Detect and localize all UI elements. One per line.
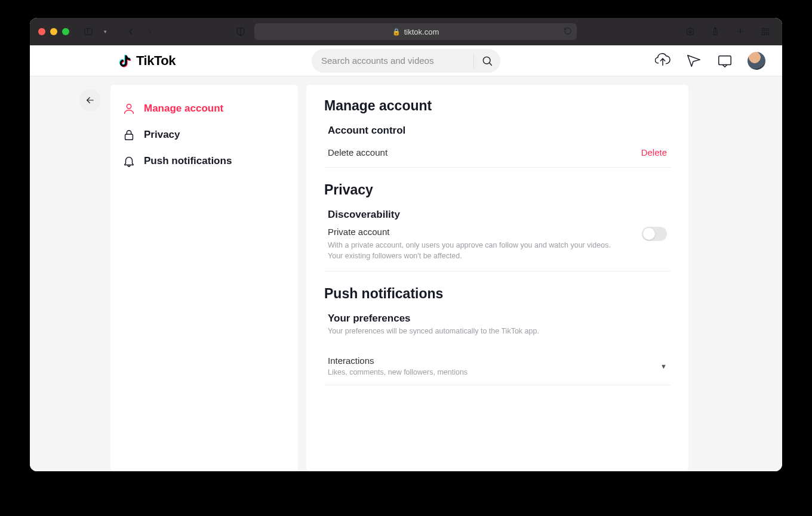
browser-titlebar: ▾ 🔒 tiktok.com <box>30 18 782 45</box>
downloads-button[interactable] <box>682 23 699 40</box>
url-host: tiktok.com <box>404 27 439 36</box>
interactions-label: Interactions <box>328 356 467 366</box>
search-button[interactable] <box>480 55 494 67</box>
lock-icon: 🔒 <box>392 28 401 36</box>
svg-rect-9 <box>766 29 768 31</box>
profile-avatar[interactable] <box>748 52 765 70</box>
tiktok-logo[interactable]: TikTok <box>118 53 176 69</box>
tiktok-header: TikTok <box>30 45 782 76</box>
interactions-row[interactable]: Interactions Likes, comments, new follow… <box>324 350 670 385</box>
sidebar-item-label: Privacy <box>144 129 180 141</box>
svg-rect-15 <box>719 55 731 64</box>
upload-button[interactable] <box>654 52 671 69</box>
delete-account-button[interactable]: Delete <box>641 147 667 157</box>
settings-main: Manage account Account control Delete ac… <box>306 85 688 471</box>
person-icon <box>122 102 136 115</box>
delete-account-row: Delete account Delete <box>324 143 670 168</box>
svg-point-17 <box>127 104 131 109</box>
preferences-desc: Your preferences will be synced automati… <box>328 327 667 335</box>
tiktok-brand-text: TikTok <box>136 53 176 69</box>
search-input[interactable] <box>321 55 470 66</box>
svg-line-13 <box>489 63 491 65</box>
reload-button[interactable] <box>564 27 572 37</box>
caret-down-icon: ▼ <box>660 363 667 370</box>
svg-rect-10 <box>762 32 765 35</box>
settings-sidebar: Manage account Privacy Push notification… <box>110 85 298 471</box>
page-content: TikTok <box>30 45 782 471</box>
sidebar-toggle-button[interactable] <box>80 23 97 40</box>
close-window-button[interactable] <box>38 28 45 35</box>
tiktok-note-icon <box>118 53 134 69</box>
section-title-push: Push notifications <box>324 286 670 302</box>
sidebar-item-label: Push notifications <box>144 155 232 167</box>
preferences-block: Your preferences Your preferences will b… <box>324 313 670 344</box>
inbox-button[interactable] <box>716 52 733 69</box>
sidebar-item-label: Manage account <box>144 103 223 115</box>
address-bar[interactable]: 🔒 tiktok.com <box>254 23 577 40</box>
lock-icon <box>122 128 136 141</box>
private-account-label: Private account <box>328 227 626 237</box>
nav-back-button[interactable] <box>122 23 139 40</box>
private-account-block: Private account With a private account, … <box>324 227 670 271</box>
account-control-label: Account control <box>328 125 670 137</box>
nav-forward-button[interactable] <box>142 23 158 40</box>
interactions-desc: Likes, comments, new followers, mentions <box>328 368 467 376</box>
svg-rect-8 <box>762 29 765 31</box>
search-separator <box>473 54 474 68</box>
back-button[interactable] <box>79 89 101 111</box>
sidebar-item-manage-account[interactable]: Manage account <box>122 95 286 122</box>
privacy-shield-icon[interactable] <box>235 26 246 37</box>
messages-button[interactable] <box>685 52 702 69</box>
private-account-desc: With a private account, only users you a… <box>328 240 626 261</box>
search-bar[interactable] <box>312 49 500 73</box>
window-controls <box>38 28 69 35</box>
private-account-toggle[interactable] <box>642 227 667 241</box>
svg-rect-18 <box>125 134 133 140</box>
section-title-manage-account: Manage account <box>324 98 670 114</box>
browser-window: ▾ 🔒 tiktok.com <box>30 18 782 471</box>
tabs-overview-button[interactable] <box>757 23 774 40</box>
settings-body: Manage account Privacy Push notification… <box>30 76 782 471</box>
svg-rect-11 <box>766 32 768 35</box>
section-title-privacy: Privacy <box>324 182 670 198</box>
minimize-window-button[interactable] <box>50 28 57 35</box>
discoverability-label: Discoverability <box>328 209 670 221</box>
bell-icon <box>122 155 136 168</box>
preferences-label: Your preferences <box>328 313 667 325</box>
chevron-down-icon[interactable]: ▾ <box>104 29 107 35</box>
sidebar-item-privacy[interactable]: Privacy <box>122 122 286 148</box>
delete-account-label: Delete account <box>328 147 387 157</box>
maximize-window-button[interactable] <box>62 28 69 35</box>
header-actions <box>654 52 765 70</box>
sidebar-item-push-notifications[interactable]: Push notifications <box>122 148 286 174</box>
new-tab-button[interactable] <box>732 23 749 40</box>
svg-rect-0 <box>85 29 92 35</box>
share-button[interactable] <box>707 23 724 40</box>
